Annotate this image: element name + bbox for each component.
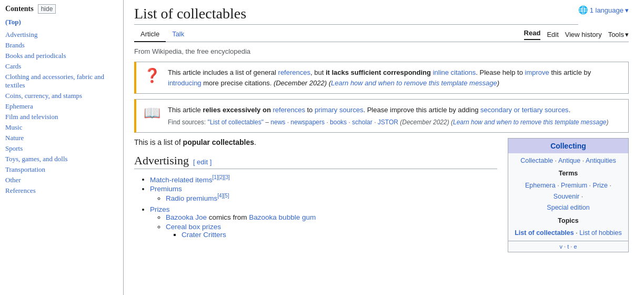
lang-count: 1 language bbox=[590, 6, 623, 14]
bazooka-gum-link[interactable]: Bazooka bubble gum bbox=[249, 213, 316, 221]
toc-books[interactable]: Books and periodicals bbox=[5, 52, 66, 60]
warn1-end3: more precise citations. (December 2022) bbox=[202, 79, 329, 87]
sep3: · bbox=[347, 119, 352, 126]
sidebar: Contents hide (Top) Advertising Brands B… bbox=[0, 0, 124, 295]
content-left: This is a list of popular collectables. … bbox=[134, 138, 497, 258]
tabs-left: Article Talk bbox=[134, 27, 190, 42]
contents-title: Contents bbox=[5, 5, 34, 13]
warn1-improve-link[interactable]: improve bbox=[525, 68, 549, 76]
find-books-link[interactable]: books bbox=[330, 119, 347, 126]
toc-list: Advertising Brands Books and periodicals… bbox=[5, 30, 118, 196]
toc-film[interactable]: Film and television bbox=[5, 113, 58, 121]
toc-advertising[interactable]: Advertising bbox=[5, 31, 37, 38]
popular-text: This is a list of popular collectables. bbox=[134, 138, 497, 146]
hide-button[interactable]: hide bbox=[38, 4, 56, 14]
tab-read[interactable]: Read bbox=[524, 29, 541, 40]
infobox-topics: List of collectables · List of hobbies bbox=[508, 225, 628, 241]
chevron-down-icon: ▾ bbox=[625, 6, 629, 14]
toc-top-link[interactable]: (Top) bbox=[5, 18, 21, 26]
infobox-top-links: Collectable · Antique · Antiquities bbox=[508, 153, 628, 169]
advertising-title: Advertising bbox=[134, 154, 189, 168]
list-item: Other bbox=[5, 175, 118, 185]
list-item: Match-related items[1][2][3] bbox=[150, 174, 497, 184]
toc-ephemera[interactable]: Ephemera bbox=[5, 102, 33, 110]
prizes-link[interactable]: Prizes bbox=[150, 205, 170, 213]
crater-critters-link[interactable]: Crater Critters bbox=[182, 231, 226, 239]
souvenir-link[interactable]: Souvenir bbox=[554, 193, 579, 200]
tab-talk[interactable]: Talk bbox=[166, 27, 190, 42]
warn2-secondary-link[interactable]: secondary or tertiary sources bbox=[480, 106, 569, 114]
collectable-link[interactable]: Collectable bbox=[520, 157, 553, 164]
warn2-primary-sources-link[interactable]: primary sources bbox=[315, 106, 363, 114]
toc-other[interactable]: Other bbox=[5, 176, 21, 184]
find-source-title[interactable]: "List of collectables" bbox=[207, 119, 264, 126]
advertising-list: Match-related items[1][2][3] Premiums Ra… bbox=[134, 174, 497, 239]
list-hobbies-link[interactable]: List of hobbies bbox=[579, 229, 622, 237]
match-related-link[interactable]: Match-related items bbox=[150, 175, 213, 183]
list-item: Nature bbox=[5, 133, 118, 143]
sep: · bbox=[610, 182, 611, 189]
toc-clothing[interactable]: Clothing and accessories, fabric and tex… bbox=[5, 73, 104, 89]
premium-link[interactable]: Premium bbox=[561, 182, 587, 189]
toc-sports[interactable]: Sports bbox=[5, 144, 23, 152]
toc-cards[interactable]: Cards bbox=[5, 62, 21, 70]
list-item: Prizes Bazooka Joe comics from Bazooka b… bbox=[150, 205, 497, 239]
premiums-link[interactable]: Premiums bbox=[150, 185, 182, 193]
vte-t-link[interactable]: t bbox=[567, 243, 569, 250]
vte-e-link[interactable]: e bbox=[573, 243, 577, 250]
antique-link[interactable]: Antique bbox=[558, 157, 580, 164]
toc-toys[interactable]: Toys, games, and dolls bbox=[5, 155, 68, 163]
warn2-end: . Please improve this article by adding bbox=[363, 106, 480, 114]
sep4: · bbox=[373, 119, 378, 126]
tab-article[interactable]: Article bbox=[134, 27, 166, 42]
vte-v-link[interactable]: v bbox=[559, 243, 562, 250]
toc-transportation[interactable]: Transportation bbox=[5, 165, 45, 173]
prizes-sublist: Bazooka Joe comics from Bazooka bubble g… bbox=[150, 213, 497, 239]
advertising-heading: Advertising [ edit ] bbox=[134, 154, 497, 169]
toc-coins[interactable]: Coins, currency, and stamps bbox=[5, 92, 82, 100]
contents-header: Contents hide bbox=[5, 4, 118, 14]
sup-2: [4][5] bbox=[217, 193, 229, 199]
terms-heading: Terms bbox=[508, 169, 628, 178]
ephemera-link[interactable]: Ephemera bbox=[525, 182, 556, 189]
warn1-inline-citations-link[interactable]: inline citations bbox=[433, 68, 476, 76]
toc-music[interactable]: Music bbox=[5, 123, 23, 131]
list-item: Coins, currency, and stamps bbox=[5, 91, 118, 101]
prize-link[interactable]: Prize bbox=[593, 182, 608, 189]
radio-premiums-link[interactable]: Radio premiums bbox=[166, 194, 217, 202]
warn1-before: This article includes a list of general bbox=[168, 68, 278, 76]
language-button[interactable]: 🌐 1 language ▾ bbox=[578, 5, 629, 15]
warn1-references-link[interactable]: references bbox=[278, 68, 310, 76]
translate-icon: 🌐 bbox=[578, 5, 588, 15]
sep: · bbox=[581, 193, 583, 200]
bazooka-joe-link[interactable]: Bazooka Joe bbox=[166, 213, 207, 221]
warn1-introducing-link[interactable]: introducing bbox=[168, 79, 202, 87]
advertising-edit[interactable]: [ edit ] bbox=[193, 158, 212, 166]
tabs-row: Article Talk Read Edit View history Tool… bbox=[134, 27, 629, 42]
cereal-box-link[interactable]: Cereal box prizes bbox=[166, 223, 221, 231]
page-title: List of collectables bbox=[134, 5, 578, 25]
warn2-references-link[interactable]: references bbox=[273, 106, 305, 114]
list-item: Music bbox=[5, 122, 118, 133]
infobox-terms-links: Ephemera · Premium · Prize · Souvenir · … bbox=[508, 178, 628, 216]
toc-brands[interactable]: Brands bbox=[5, 41, 25, 49]
find-remove-link[interactable]: Learn how and when to remove this templa… bbox=[453, 119, 607, 126]
sep: · bbox=[589, 182, 593, 189]
find-scholar-link[interactable]: scholar bbox=[352, 119, 373, 126]
find-newspapers-link[interactable]: newspapers bbox=[290, 119, 325, 126]
tab-edit[interactable]: Edit bbox=[547, 31, 558, 38]
tools-button[interactable]: Tools ▾ bbox=[608, 31, 629, 38]
warn1-bold: it lacks sufficient corresponding bbox=[326, 68, 431, 76]
list-item: Toys, games, and dolls bbox=[5, 154, 118, 164]
special-edition-link[interactable]: Special edition bbox=[547, 204, 589, 211]
find-jstor-link[interactable]: JSTOR bbox=[378, 119, 398, 126]
list-collectables-link[interactable]: List of collectables bbox=[515, 229, 574, 237]
toc-nature[interactable]: Nature bbox=[5, 134, 24, 142]
warn1-remove-link[interactable]: Learn how and when to remove this templa… bbox=[331, 79, 497, 87]
bazooka-text: comics from bbox=[207, 213, 249, 221]
find-news-link[interactable]: news bbox=[270, 119, 285, 126]
tab-view-history[interactable]: View history bbox=[565, 31, 602, 38]
advertising-edit-link[interactable]: [ edit ] bbox=[193, 158, 212, 166]
antiquities-link[interactable]: Antiquities bbox=[586, 157, 616, 164]
toc-references[interactable]: References bbox=[5, 186, 36, 194]
